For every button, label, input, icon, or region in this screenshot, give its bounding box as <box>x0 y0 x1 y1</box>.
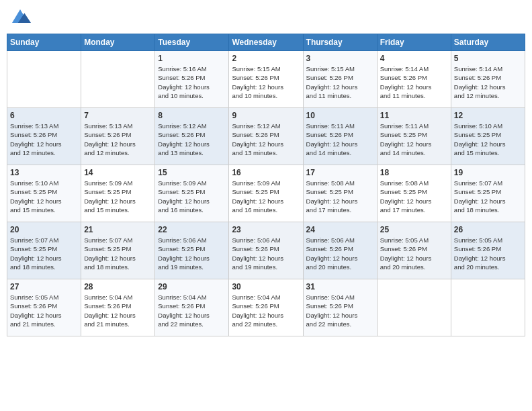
day-info: Sunrise: 5:05 AM Sunset: 5:26 PM Dayligh… <box>380 236 448 271</box>
week-row-5: 27Sunrise: 5:05 AM Sunset: 5:26 PM Dayli… <box>7 279 525 336</box>
calendar-cell: 27Sunrise: 5:05 AM Sunset: 5:26 PM Dayli… <box>7 279 81 336</box>
calendar-cell: 3Sunrise: 5:15 AM Sunset: 5:26 PM Daylig… <box>303 51 377 108</box>
day-info: Sunrise: 5:11 AM Sunset: 5:25 PM Dayligh… <box>380 122 448 157</box>
day-number: 24 <box>306 225 374 234</box>
week-row-1: 1Sunrise: 5:16 AM Sunset: 5:26 PM Daylig… <box>7 51 525 108</box>
day-number: 18 <box>380 168 448 177</box>
day-info: Sunrise: 5:04 AM Sunset: 5:26 PM Dayligh… <box>306 293 374 328</box>
day-number: 25 <box>380 225 448 234</box>
day-number: 30 <box>232 282 300 291</box>
calendar-cell: 29Sunrise: 5:04 AM Sunset: 5:26 PM Dayli… <box>155 279 229 336</box>
page-header <box>7 7 525 28</box>
day-number: 1 <box>158 54 226 63</box>
day-info: Sunrise: 5:04 AM Sunset: 5:26 PM Dayligh… <box>158 293 226 328</box>
day-info: Sunrise: 5:16 AM Sunset: 5:26 PM Dayligh… <box>158 64 226 100</box>
day-info: Sunrise: 5:08 AM Sunset: 5:25 PM Dayligh… <box>380 179 448 214</box>
calendar-cell: 24Sunrise: 5:06 AM Sunset: 5:26 PM Dayli… <box>303 222 377 279</box>
calendar-cell: 28Sunrise: 5:04 AM Sunset: 5:26 PM Dayli… <box>81 279 155 336</box>
day-info: Sunrise: 5:15 AM Sunset: 5:26 PM Dayligh… <box>306 64 374 100</box>
header-thursday: Thursday <box>303 34 377 51</box>
calendar-cell: 30Sunrise: 5:04 AM Sunset: 5:26 PM Dayli… <box>229 279 303 336</box>
day-info: Sunrise: 5:04 AM Sunset: 5:26 PM Dayligh… <box>232 293 300 328</box>
header-tuesday: Tuesday <box>155 34 229 51</box>
day-number: 28 <box>84 282 152 291</box>
day-info: Sunrise: 5:05 AM Sunset: 5:26 PM Dayligh… <box>454 236 522 271</box>
calendar-cell: 16Sunrise: 5:09 AM Sunset: 5:25 PM Dayli… <box>229 165 303 222</box>
calendar-cell <box>7 51 81 108</box>
day-info: Sunrise: 5:06 AM Sunset: 5:26 PM Dayligh… <box>306 236 374 271</box>
day-info: Sunrise: 5:06 AM Sunset: 5:25 PM Dayligh… <box>158 236 226 271</box>
calendar-cell <box>451 279 525 336</box>
day-info: Sunrise: 5:04 AM Sunset: 5:26 PM Dayligh… <box>84 293 152 328</box>
day-number: 8 <box>158 111 226 120</box>
day-info: Sunrise: 5:12 AM Sunset: 5:26 PM Dayligh… <box>158 122 226 157</box>
day-info: Sunrise: 5:05 AM Sunset: 5:26 PM Dayligh… <box>10 293 78 328</box>
day-number: 14 <box>84 168 152 177</box>
day-number: 3 <box>306 54 374 63</box>
calendar-cell: 1Sunrise: 5:16 AM Sunset: 5:26 PM Daylig… <box>155 51 229 108</box>
day-number: 10 <box>306 111 374 120</box>
calendar-cell: 12Sunrise: 5:10 AM Sunset: 5:25 PM Dayli… <box>451 108 525 165</box>
day-number: 22 <box>158 225 226 234</box>
day-number: 15 <box>158 168 226 177</box>
calendar-cell: 31Sunrise: 5:04 AM Sunset: 5:26 PM Dayli… <box>303 279 377 336</box>
day-number: 6 <box>10 111 78 120</box>
day-number: 31 <box>306 282 374 291</box>
day-number: 2 <box>232 54 300 63</box>
day-info: Sunrise: 5:15 AM Sunset: 5:26 PM Dayligh… <box>232 64 300 100</box>
day-number: 13 <box>10 168 78 177</box>
calendar-cell: 8Sunrise: 5:12 AM Sunset: 5:26 PM Daylig… <box>155 108 229 165</box>
calendar-cell: 7Sunrise: 5:13 AM Sunset: 5:26 PM Daylig… <box>81 108 155 165</box>
calendar-cell: 18Sunrise: 5:08 AM Sunset: 5:25 PM Dayli… <box>377 165 451 222</box>
header-sunday: Sunday <box>7 34 81 51</box>
calendar-cell: 11Sunrise: 5:11 AM Sunset: 5:25 PM Dayli… <box>377 108 451 165</box>
day-number: 27 <box>10 282 78 291</box>
calendar-cell: 19Sunrise: 5:07 AM Sunset: 5:25 PM Dayli… <box>451 165 525 222</box>
day-number: 20 <box>10 225 78 234</box>
header-wednesday: Wednesday <box>229 34 303 51</box>
week-row-2: 6Sunrise: 5:13 AM Sunset: 5:26 PM Daylig… <box>7 108 525 165</box>
header-row: SundayMondayTuesdayWednesdayThursdayFrid… <box>7 34 525 51</box>
day-number: 23 <box>232 225 300 234</box>
day-number: 11 <box>380 111 448 120</box>
day-number: 21 <box>84 225 152 234</box>
day-number: 12 <box>454 111 522 120</box>
day-info: Sunrise: 5:11 AM Sunset: 5:26 PM Dayligh… <box>306 122 374 157</box>
day-info: Sunrise: 5:13 AM Sunset: 5:26 PM Dayligh… <box>10 122 78 157</box>
day-number: 26 <box>454 225 522 234</box>
logo <box>9 7 34 28</box>
calendar-cell: 17Sunrise: 5:08 AM Sunset: 5:25 PM Dayli… <box>303 165 377 222</box>
calendar-cell: 9Sunrise: 5:12 AM Sunset: 5:26 PM Daylig… <box>229 108 303 165</box>
day-number: 16 <box>232 168 300 177</box>
header-friday: Friday <box>377 34 451 51</box>
calendar-cell: 5Sunrise: 5:14 AM Sunset: 5:26 PM Daylig… <box>451 51 525 108</box>
calendar-cell: 14Sunrise: 5:09 AM Sunset: 5:25 PM Dayli… <box>81 165 155 222</box>
day-info: Sunrise: 5:06 AM Sunset: 5:26 PM Dayligh… <box>232 236 300 271</box>
day-number: 17 <box>306 168 374 177</box>
calendar-cell: 13Sunrise: 5:10 AM Sunset: 5:25 PM Dayli… <box>7 165 81 222</box>
day-info: Sunrise: 5:12 AM Sunset: 5:26 PM Dayligh… <box>232 122 300 157</box>
day-info: Sunrise: 5:09 AM Sunset: 5:25 PM Dayligh… <box>84 179 152 214</box>
day-info: Sunrise: 5:09 AM Sunset: 5:25 PM Dayligh… <box>232 179 300 214</box>
day-info: Sunrise: 5:09 AM Sunset: 5:25 PM Dayligh… <box>158 179 226 214</box>
calendar-cell: 21Sunrise: 5:07 AM Sunset: 5:25 PM Dayli… <box>81 222 155 279</box>
calendar-cell <box>81 51 155 108</box>
day-number: 4 <box>380 54 448 63</box>
day-info: Sunrise: 5:08 AM Sunset: 5:25 PM Dayligh… <box>306 179 374 214</box>
calendar-cell: 10Sunrise: 5:11 AM Sunset: 5:26 PM Dayli… <box>303 108 377 165</box>
calendar-cell: 2Sunrise: 5:15 AM Sunset: 5:26 PM Daylig… <box>229 51 303 108</box>
calendar-cell: 23Sunrise: 5:06 AM Sunset: 5:26 PM Dayli… <box>229 222 303 279</box>
day-info: Sunrise: 5:14 AM Sunset: 5:26 PM Dayligh… <box>380 64 448 100</box>
calendar-cell: 15Sunrise: 5:09 AM Sunset: 5:25 PM Dayli… <box>155 165 229 222</box>
calendar-cell: 25Sunrise: 5:05 AM Sunset: 5:26 PM Dayli… <box>377 222 451 279</box>
calendar-cell: 22Sunrise: 5:06 AM Sunset: 5:25 PM Dayli… <box>155 222 229 279</box>
calendar-cell <box>377 279 451 336</box>
day-number: 5 <box>454 54 522 63</box>
calendar-cell: 6Sunrise: 5:13 AM Sunset: 5:26 PM Daylig… <box>7 108 81 165</box>
week-row-4: 20Sunrise: 5:07 AM Sunset: 5:25 PM Dayli… <box>7 222 525 279</box>
day-number: 19 <box>454 168 522 177</box>
calendar-cell: 26Sunrise: 5:05 AM Sunset: 5:26 PM Dayli… <box>451 222 525 279</box>
calendar-table: SundayMondayTuesdayWednesdayThursdayFrid… <box>7 34 525 336</box>
day-info: Sunrise: 5:14 AM Sunset: 5:26 PM Dayligh… <box>454 64 522 100</box>
day-number: 7 <box>84 111 152 120</box>
